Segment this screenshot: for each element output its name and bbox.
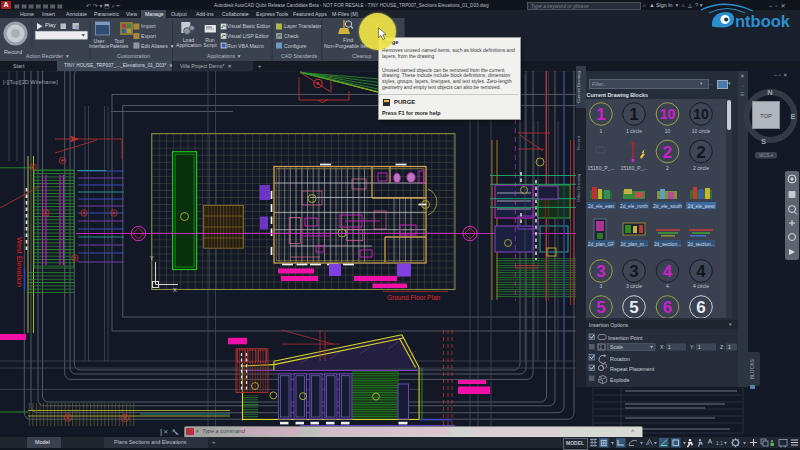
svg-text:10 circle: 10 circle: [692, 128, 711, 134]
svg-text:1: 1: [728, 344, 731, 350]
svg-text:3 circle: 3 circle: [626, 283, 642, 289]
svg-text:Repeat Placement: Repeat Placement: [610, 366, 655, 372]
svg-text:2: 2: [663, 143, 672, 162]
svg-text:5: 5: [629, 298, 638, 317]
svg-text:Z:: Z:: [720, 344, 725, 350]
svg-text:ntbook: ntbook: [735, 12, 791, 30]
svg-text:2d_section...: 2d_section...: [654, 242, 681, 247]
svg-text:4: 4: [663, 262, 673, 281]
svg-text:1 circle: 1 circle: [626, 128, 642, 134]
svg-text:1: 1: [600, 128, 603, 134]
svg-text:10: 10: [660, 106, 676, 122]
svg-text:2 circle: 2 circle: [693, 165, 709, 171]
svg-text:2d_plan_GF: 2d_plan_GF: [588, 242, 614, 247]
svg-text:2: 2: [696, 143, 705, 162]
svg-text:4: 4: [666, 283, 669, 289]
svg-text:N: N: [767, 88, 772, 97]
svg-text:2d_section...: 2d_section...: [687, 242, 714, 247]
svg-text:X: X: [173, 287, 177, 293]
svg-text:X:: X:: [660, 344, 665, 350]
svg-text:3: 3: [596, 262, 605, 281]
svg-text:2d_ele_west: 2d_ele_west: [688, 204, 716, 209]
svg-text:6: 6: [696, 298, 705, 317]
svg-text:2d_ele_south: 2d_ele_south: [653, 204, 682, 209]
svg-text:E: E: [790, 112, 795, 121]
svg-text:Rotation: Rotation: [610, 356, 630, 362]
svg-text:Ground Floor Plan: Ground Floor Plan: [387, 294, 440, 301]
svg-text:5: 5: [596, 298, 605, 317]
svg-text:2d_plan_m...: 2d_plan_m...: [620, 242, 648, 247]
svg-text:4: 4: [696, 262, 706, 281]
svg-text:1:1: 1:1: [716, 440, 723, 446]
svg-text:15160_P_...: 15160_P_...: [588, 165, 615, 171]
svg-text:1: 1: [668, 344, 671, 350]
svg-text:2: 2: [666, 165, 669, 171]
svg-text:1: 1: [629, 105, 638, 124]
svg-text:6: 6: [663, 298, 672, 317]
svg-text:Scale: Scale: [610, 344, 623, 350]
svg-text:1: 1: [698, 344, 701, 350]
svg-text:West Elevation: West Elevation: [15, 237, 24, 287]
svg-text:1: 1: [600, 345, 603, 350]
svg-text:2d_ele_east: 2d_ele_east: [588, 204, 615, 209]
svg-text:15160_P_...: 15160_P_...: [621, 165, 648, 171]
svg-text:10: 10: [665, 128, 671, 134]
svg-text:Y: Y: [150, 255, 154, 261]
svg-text:TOP: TOP: [760, 113, 772, 119]
svg-text:S: S: [761, 137, 766, 146]
svg-text:1: 1: [596, 105, 605, 124]
svg-text:WCS ▾: WCS ▾: [759, 153, 774, 158]
svg-text:Y:: Y:: [690, 344, 695, 350]
svg-text:4 circle: 4 circle: [693, 283, 709, 289]
svg-text:Insertion Point: Insertion Point: [608, 335, 643, 341]
svg-text:3: 3: [600, 283, 603, 289]
svg-text:10: 10: [693, 106, 709, 122]
svg-text:3: 3: [629, 262, 638, 281]
svg-text:2d_ele_north: 2d_ele_north: [620, 204, 648, 209]
svg-text:Explode: Explode: [610, 377, 629, 383]
